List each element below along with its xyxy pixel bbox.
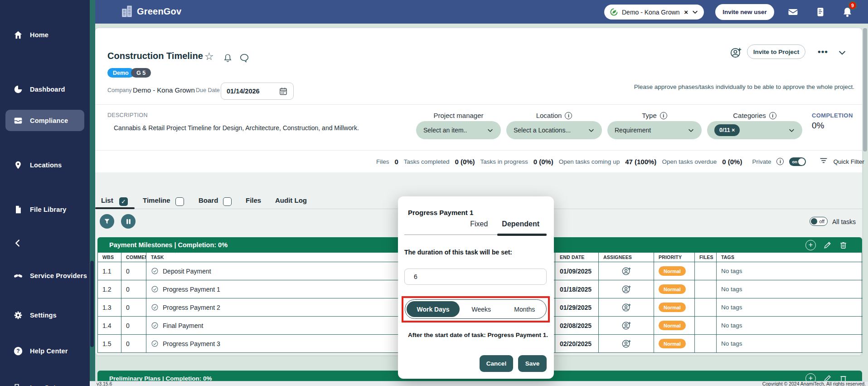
tab-board[interactable]: Board: [199, 196, 218, 204]
tab-list[interactable]: List: [101, 196, 113, 204]
task-end-date[interactable]: 01/18/2025: [555, 280, 599, 298]
task-end-date[interactable]: 01/29/2025: [555, 298, 599, 317]
sidebar-item-settings[interactable]: Settings: [0, 308, 90, 323]
unit-work-days[interactable]: Work Days: [407, 301, 460, 317]
sidebar-item-label: Help Center: [30, 347, 68, 355]
task-tags-cell[interactable]: No tags: [717, 335, 863, 353]
task-tags-cell[interactable]: No tags: [717, 280, 863, 298]
due-date-value: 01/14/2026: [227, 88, 279, 95]
sidebar-item-file-library[interactable]: File Library: [0, 202, 90, 217]
task-end-date[interactable]: 02/20/2025: [555, 335, 599, 353]
location-dropdown[interactable]: Select a Locations...: [506, 121, 602, 139]
task-end-date[interactable]: 02/08/2025: [555, 317, 599, 335]
task-files-cell: [695, 298, 717, 317]
assign-user-icon[interactable]: [599, 262, 654, 280]
sidebar-item-label: Dashboard: [30, 86, 65, 93]
cancel-button[interactable]: Cancel: [480, 355, 513, 372]
home-icon: [13, 29, 24, 40]
sidebar-item-label: Log Out: [30, 384, 56, 386]
invite-new-user-button[interactable]: Invite new user: [715, 4, 774, 20]
task-tags-cell[interactable]: No tags: [717, 298, 863, 317]
assign-user-icon[interactable]: [599, 298, 654, 317]
document-icon[interactable]: [815, 6, 827, 18]
company-value: Demo - Kona Grown: [133, 86, 195, 94]
tab-timeline[interactable]: Timeline: [143, 196, 170, 204]
project-bell-icon[interactable]: [223, 53, 233, 63]
add-task-icon[interactable]: +: [805, 240, 816, 250]
funnel-icon: [103, 218, 111, 225]
save-button[interactable]: Save: [518, 355, 547, 372]
due-date-input[interactable]: 01/14/2026: [221, 83, 294, 100]
invite-to-project-button[interactable]: Invite to Project: [747, 44, 805, 59]
sidebar-item-log-out[interactable]: Log Out: [0, 380, 90, 386]
categories-dropdown[interactable]: 0/11 ×: [707, 121, 802, 139]
delete-trash-icon[interactable]: [839, 241, 848, 249]
cell-text: 0: [126, 286, 130, 293]
sidebar-item-service-providers[interactable]: Service Providers: [0, 268, 90, 283]
tab-fixed[interactable]: Fixed: [470, 220, 488, 235]
type-dropdown[interactable]: Requirement: [607, 121, 702, 139]
mail-icon[interactable]: [787, 6, 799, 18]
priority-badge: Normal: [659, 339, 686, 348]
tab-audit-log[interactable]: Audit Log: [275, 196, 307, 204]
assign-user-icon[interactable]: [599, 317, 654, 335]
task-tags-cell[interactable]: No tags: [717, 317, 863, 335]
project-title: Construction Timeline: [107, 51, 203, 61]
unit-months[interactable]: Months: [503, 306, 547, 313]
company-label: Company: [107, 87, 132, 93]
column-header: WBS: [98, 253, 121, 262]
task-files-cell: [695, 262, 717, 280]
assign-user-icon[interactable]: [599, 335, 654, 353]
project-manager-dropdown[interactable]: Select an item..: [416, 121, 501, 139]
filter-button[interactable]: [100, 214, 114, 229]
close-icon[interactable]: ×: [684, 8, 688, 16]
info-icon[interactable]: i: [769, 112, 776, 119]
edit-pencil-icon[interactable]: [823, 241, 832, 249]
cell-text: 01/18/2025: [560, 286, 592, 293]
sidebar-item-compliance[interactable]: Compliance: [5, 110, 84, 131]
tab-timeline-checkbox[interactable]: [175, 197, 184, 206]
company-selector-label: Demo - Kona Grown: [622, 9, 680, 16]
tab-files[interactable]: Files: [246, 196, 261, 204]
chevron-down-icon: [688, 127, 694, 134]
sidebar-item-dashboard[interactable]: Dashboard: [0, 82, 90, 97]
task-files-cell: [695, 280, 717, 298]
cell-text: Progress Payment 2: [163, 304, 220, 311]
tab-board-checkbox[interactable]: [223, 197, 232, 206]
assign-user-icon[interactable]: [599, 280, 654, 298]
footer-bar: v3.15.6 Copyright © 2024 AnamiTech, All …: [90, 381, 868, 386]
task-tags-cell[interactable]: No tags: [717, 262, 863, 280]
task-comments-count: 0: [121, 335, 146, 353]
sidebar-item-help-center[interactable]: ? Help Center: [0, 343, 90, 359]
sidebar-scrollbar-thumb[interactable]: [90, 261, 94, 347]
tab-dependent[interactable]: Dependent: [502, 220, 539, 235]
sidebar-item-locations[interactable]: Locations: [0, 157, 90, 173]
task-end-date[interactable]: 01/09/2025: [555, 262, 599, 280]
quick-filter-label[interactable]: Quick Filter: [833, 158, 864, 165]
categories-chip[interactable]: 0/11 ×: [714, 124, 740, 136]
add-person-icon[interactable]: [730, 47, 742, 61]
duration-input[interactable]: [404, 269, 547, 285]
sidebar-collapse-button[interactable]: [13, 238, 23, 250]
more-menu-icon[interactable]: •••: [818, 47, 828, 57]
tab-list-checkbox[interactable]: ✓: [119, 197, 128, 206]
collapse-project-chevron-icon[interactable]: [838, 48, 847, 59]
window-scrollbar-thumb[interactable]: [863, 28, 867, 151]
info-icon[interactable]: i: [565, 112, 572, 119]
columns-button[interactable]: [121, 214, 136, 229]
info-icon[interactable]: i: [660, 112, 667, 119]
company-selector[interactable]: Demo - Kona Grown ×: [604, 5, 704, 20]
notification-count-badge[interactable]: 9: [848, 1, 857, 10]
cell-text: 1.1: [102, 268, 111, 275]
task-wbs: 1.5: [98, 335, 121, 353]
info-icon[interactable]: i: [776, 158, 784, 165]
unit-weeks[interactable]: Weeks: [460, 306, 503, 313]
sidebar-item-home[interactable]: Home: [0, 27, 90, 43]
private-toggle[interactable]: on: [789, 157, 806, 166]
all-tasks-toggle[interactable]: off: [810, 217, 828, 226]
comments-icon[interactable]: [239, 53, 249, 63]
dropdown-value: Select a Locations...: [514, 127, 588, 134]
modal-tabs: Fixed Dependent: [404, 220, 547, 235]
star-icon[interactable]: ☆: [204, 51, 214, 61]
quick-filter-icon[interactable]: [820, 157, 828, 166]
